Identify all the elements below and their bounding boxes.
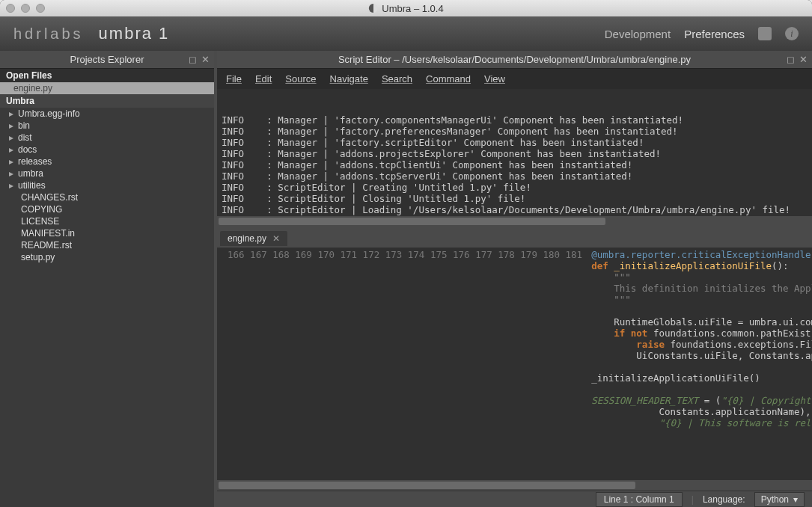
editor-tab[interactable]: engine.py ✕ [220,231,287,246]
cursor-position: Line 1 : Column 1 [596,492,683,507]
toolbar: hdrlabs umbra 1 Development Preferences … [0,16,812,51]
zoom-window-icon[interactable] [36,4,45,13]
brand-hdrlabs: hdrlabs [13,25,84,43]
language-select[interactable]: Python▾ [754,492,805,507]
tree-folder[interactable]: ▸ Umbra.egg-info [0,108,214,120]
editor-tabbar: engine.py ✕ [217,230,812,248]
menu-bar: FileEditSourceNavigateSearchCommandView [217,69,812,89]
detach-editor-icon[interactable]: ◻ [787,54,795,65]
close-editor-icon[interactable]: ✕ [799,54,808,65]
status-bar: Line 1 : Column 1 | Language: Python▾ [217,491,812,507]
tab-label: engine.py [228,233,266,244]
menu-edit[interactable]: Edit [255,73,272,84]
tree-folder[interactable]: ▸ dist [0,132,214,144]
titlebar: Umbra – 1.0.4 [0,0,812,16]
menu-navigate[interactable]: Navigate [330,73,368,84]
menu-file[interactable]: File [226,73,242,84]
chevron-down-icon: ▾ [793,494,798,505]
open-file-item[interactable]: engine.py [0,82,214,94]
open-files-label: Open Files [0,69,214,82]
language-label: Language: [703,494,745,505]
editor-header: Script Editor – /Users/kelsolaar/Documen… [217,51,812,69]
tree-folder[interactable]: ▸ releases [0,156,214,168]
brand-app: umbra 1 [99,24,170,43]
layout-icon[interactable] [758,27,772,40]
preferences-link[interactable]: Preferences [684,28,745,40]
development-link[interactable]: Development [605,28,671,40]
tree-file[interactable]: setup.py [0,251,214,263]
line-gutter: 166 167 168 169 170 171 172 173 174 175 … [217,248,588,491]
tree-file[interactable]: MANIFEST.in [0,227,214,239]
tree-file[interactable]: COPYING [0,203,214,215]
window-title: Umbra – 1.0.4 [368,3,443,14]
menu-command[interactable]: Command [426,73,471,84]
tree-folder[interactable]: ▸ docs [0,144,214,156]
tree-file[interactable]: LICENSE [0,215,214,227]
menu-source[interactable]: Source [285,73,316,84]
traffic-lights [6,4,45,13]
brand: hdrlabs umbra 1 [13,24,169,43]
editor-title: Script Editor – /Users/kelsolaar/Documen… [338,54,691,65]
close-tab-icon[interactable]: ✕ [272,233,280,244]
sidebar: Projects Explorer ◻ ✕ Open Files engine.… [0,51,217,507]
menu-search[interactable]: Search [382,73,412,84]
console-output[interactable]: INFO : Manager | 'factory.componentsMana… [217,89,812,230]
tree-folder[interactable]: ▸ utilities [0,179,214,191]
editor-hscroll[interactable] [217,480,812,491]
info-icon[interactable]: i [785,27,799,40]
app-icon [368,4,377,13]
detach-panel-icon[interactable]: ◻ [189,54,197,65]
tree-file[interactable]: README.rst [0,239,214,251]
menu-view[interactable]: View [484,73,505,84]
explorer-title: Projects Explorer [70,54,144,65]
tree-file[interactable]: CHANGES.rst [0,191,214,203]
minimize-window-icon[interactable] [21,4,30,13]
code-editor[interactable]: 166 167 168 169 170 171 172 173 174 175 … [217,248,812,491]
close-panel-icon[interactable]: ✕ [201,54,210,65]
explorer-header: Projects Explorer ◻ ✕ [0,51,214,69]
tree-folder[interactable]: ▸ bin [0,120,214,132]
close-window-icon[interactable] [6,4,15,13]
console-hscroll[interactable] [217,216,812,227]
tree-folder[interactable]: ▸ umbra [0,168,214,179]
project-root[interactable]: Umbra [0,94,214,108]
